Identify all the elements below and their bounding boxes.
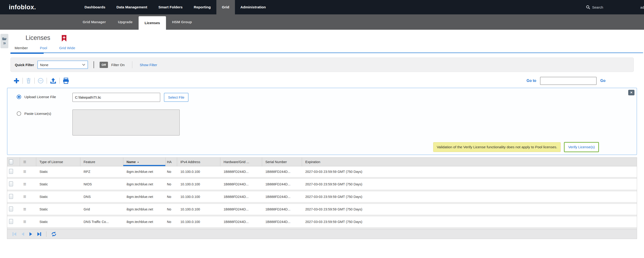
go-button[interactable]: Go	[600, 79, 606, 83]
topnav-item-data-management[interactable]: Data Management	[111, 0, 153, 14]
cell-type: Static	[36, 195, 80, 199]
last-page-icon[interactable]	[37, 232, 42, 237]
topnav-item-reporting[interactable]: Reporting	[188, 0, 216, 14]
table-pagination-bar	[7, 229, 637, 239]
column-menu-icon[interactable]: ≡	[23, 159, 26, 165]
tab-member[interactable]: Member	[15, 46, 28, 52]
filter-on-toggle[interactable]: Off	[100, 62, 108, 68]
cell-ipv4: 10.100.0.100	[177, 207, 220, 211]
license-file-path-input[interactable]	[72, 93, 160, 102]
goto-input[interactable]	[540, 77, 597, 85]
sort-ascending-icon: ▲	[137, 161, 139, 163]
delete-trash-icon	[26, 78, 31, 84]
tab-grid-wide[interactable]: Grid Wide	[59, 46, 75, 52]
cell-hardware: 1B888FD244D...	[220, 195, 262, 199]
header-serial-number[interactable]: Serial Number	[262, 158, 302, 166]
header-ha[interactable]: HA	[166, 158, 177, 166]
cell-serial: 1B888FD244D...	[262, 220, 302, 224]
divider	[94, 61, 94, 68]
select-file-button[interactable]: Select File	[164, 93, 188, 102]
verify-row: Validation of the Verify License functio…	[433, 142, 599, 152]
subnav-item-hsm-group[interactable]: HSM Group	[166, 14, 198, 30]
print-icon[interactable]	[63, 78, 69, 84]
tab-pool[interactable]: Pool	[40, 46, 47, 52]
header-hardware-grid[interactable]: Hardware/Grid ...	[220, 158, 262, 166]
upload-icon[interactable]	[50, 78, 56, 84]
table-header-row: ≡ Type of License Feature Name ▲ HA IPv4…	[7, 158, 637, 166]
upload-file-option: Upload License File	[17, 95, 56, 99]
verify-note: Validation of the Verify License functio…	[433, 142, 561, 152]
header-ipv4-address[interactable]: IPv4 Address	[177, 158, 220, 166]
row-checkbox[interactable]	[9, 194, 13, 199]
cell-expiration: 2027-03-03 23:59:59 GMT (750 Days)	[302, 220, 637, 224]
table-row[interactable]: ≡StaticRPZibgm.techblue.netNo10.100.0.10…	[7, 166, 637, 179]
paste-license-radio[interactable]	[17, 111, 21, 116]
search-icon	[586, 5, 590, 9]
table-row[interactable]: ≡StaticNIOSibgm.techblue.netNo10.100.0.1…	[7, 179, 637, 191]
cell-type: Static	[36, 182, 80, 186]
subnav-item-licenses[interactable]: Licenses	[138, 16, 166, 30]
tabs-underline	[10, 52, 643, 54]
verify-licenses-button[interactable]: Verify License(s)	[564, 142, 599, 152]
header-select-all[interactable]	[7, 158, 20, 166]
row-checkbox[interactable]	[9, 219, 13, 224]
table-row[interactable]: ≡StaticGridibgm.techblue.netNo10.100.0.1…	[7, 204, 637, 217]
header-name[interactable]: Name ▲	[123, 158, 166, 166]
next-page-icon[interactable]	[28, 232, 33, 237]
subnav-item-grid-manager[interactable]: Grid Manager	[76, 14, 112, 30]
topnav-right-clipped-text[interactable]: ad	[640, 0, 644, 14]
topnav-item-dashboards[interactable]: Dashboards	[79, 0, 111, 14]
exclude-circle-minus-icon	[38, 78, 44, 84]
topnav-item-smart-folders[interactable]: Smart Folders	[153, 0, 188, 14]
row-menu-icon[interactable]: ≡	[23, 219, 26, 224]
cell-feature: RPZ	[80, 170, 123, 174]
quick-filter-dropdown[interactable]: None	[38, 60, 88, 69]
subnav-item-upgrade[interactable]: Upgrade	[112, 14, 138, 30]
divider	[46, 231, 46, 237]
row-checkbox[interactable]	[9, 207, 13, 211]
cell-ipv4: 10.100.0.100	[177, 182, 220, 186]
bookmark-add-icon[interactable]	[62, 35, 67, 42]
cell-ha: No	[166, 170, 177, 174]
divider	[34, 78, 34, 84]
quick-filter-label: Quick Filter	[15, 63, 34, 67]
table-row[interactable]: ≡StaticDNS Traffic Co...ibgm.techblue.ne…	[7, 217, 637, 229]
toolbar-icons	[14, 78, 69, 84]
row-checkbox-cell	[7, 219, 20, 225]
cell-serial: 1B888FD244D...	[262, 207, 302, 211]
select-all-checkbox[interactable]	[9, 159, 13, 164]
finder-folder-icon[interactable]	[2, 37, 7, 40]
row-checkbox-cell	[7, 181, 20, 187]
topnav-item-administration[interactable]: Administration	[235, 0, 272, 14]
refresh-icon[interactable]	[51, 231, 57, 237]
header-feature[interactable]: Feature	[80, 158, 123, 166]
row-menu-icon[interactable]: ≡	[23, 194, 26, 199]
upload-file-radio[interactable]	[17, 95, 21, 99]
goto-group: Go to Go	[526, 77, 606, 85]
cell-ipv4: 10.100.0.100	[177, 170, 220, 174]
header-expiration[interactable]: Expiration	[302, 158, 637, 166]
paste-license-label: Paste License(s)	[24, 112, 51, 116]
divider	[47, 78, 47, 84]
global-search[interactable]: Search	[586, 0, 603, 14]
cell-ipv4: 10.100.0.100	[177, 220, 220, 224]
expand-chevrons-icon[interactable]: »	[3, 41, 6, 45]
paste-license-textarea[interactable]	[72, 109, 180, 136]
topnav-item-grid[interactable]: Grid	[216, 0, 235, 14]
chevron-down-icon	[82, 64, 85, 66]
table-row[interactable]: ≡StaticDNSibgm.techblue.netNo10.100.0.10…	[7, 191, 637, 204]
header-menu[interactable]: ≡	[20, 158, 36, 166]
row-menu-icon[interactable]: ≡	[23, 182, 26, 187]
search-label: Search	[592, 5, 603, 9]
header-type-of-license[interactable]: Type of License	[36, 158, 80, 166]
close-icon[interactable]: ×	[628, 90, 634, 95]
row-checkbox[interactable]	[9, 169, 13, 174]
show-filter-link[interactable]: Show Filter	[140, 63, 157, 67]
cell-ha: No	[166, 195, 177, 199]
row-menu-icon[interactable]: ≡	[23, 207, 26, 212]
row-checkbox[interactable]	[9, 181, 13, 186]
add-icon[interactable]	[14, 78, 20, 84]
cell-serial: 1B888FD244D...	[262, 170, 302, 174]
row-menu-icon[interactable]: ≡	[23, 169, 26, 174]
paste-license-option: Paste License(s)	[17, 111, 51, 116]
